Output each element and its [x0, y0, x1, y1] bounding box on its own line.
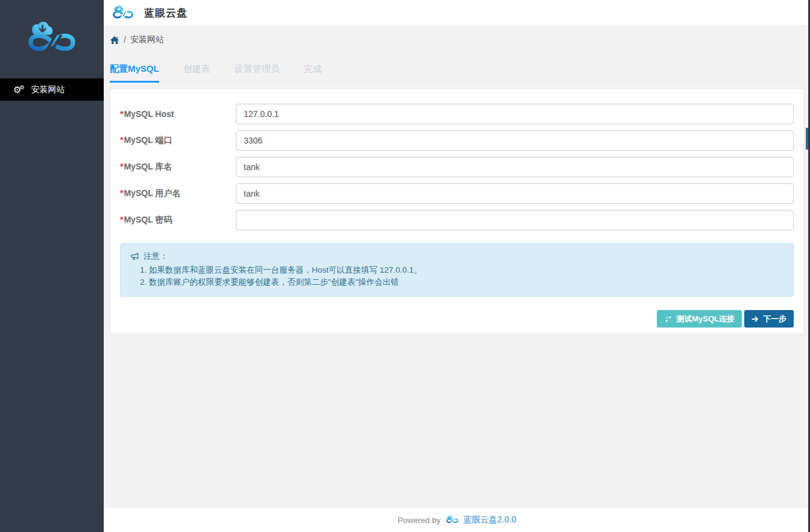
- scrollbar-thumb[interactable]: [806, 128, 808, 150]
- mysql-password-label: *MySQL 密码: [120, 215, 236, 226]
- form-row-database: *MySQL 库名: [120, 157, 794, 177]
- notice-item: 如果数据库和蓝眼云盘安装在同一台服务器，Host可以直接填写 127.0.0.1…: [149, 265, 783, 276]
- app-logo: [0, 0, 104, 78]
- bullhorn-icon: [130, 252, 139, 261]
- mysql-port-label: *MySQL 端口: [120, 135, 236, 146]
- mysql-database-label: *MySQL 库名: [120, 162, 236, 173]
- footer: Powered by 蓝眼云盘2.0.0: [104, 508, 810, 532]
- app-window: ⚙⚙ 安装网站 蓝眼云盘 / 安装网站 配置MySQL 创建表 设置管理员 完成: [0, 0, 810, 532]
- tab-finish[interactable]: 完成: [304, 58, 322, 83]
- tab-configure-mysql[interactable]: 配置MySQL: [110, 58, 159, 83]
- form-row-password: *MySQL 密码: [120, 210, 794, 230]
- infinity-cloud-logo: [21, 20, 83, 59]
- product-version-link[interactable]: 蓝眼云盘2.0.0: [464, 515, 516, 525]
- main-area: 蓝眼云盘 / 安装网站 配置MySQL 创建表 设置管理员 完成 *MySQL …: [104, 0, 810, 532]
- sidebar: ⚙⚙ 安装网站: [0, 0, 104, 532]
- home-icon[interactable]: [110, 36, 119, 45]
- form-row-username: *MySQL 用户名: [120, 183, 794, 204]
- mysql-database-input[interactable]: [236, 157, 794, 177]
- breadcrumb-current: 安装网站: [130, 34, 164, 45]
- form-row-port: *MySQL 端口: [120, 130, 794, 151]
- breadcrumb: / 安装网站: [110, 34, 804, 45]
- notice-list: 如果数据库和蓝眼云盘安装在同一台服务器，Host可以直接填写 127.0.0.1…: [130, 265, 783, 288]
- app-title: 蓝眼云盘: [144, 6, 188, 20]
- sidebar-item-install-site[interactable]: ⚙⚙ 安装网站: [0, 78, 104, 101]
- mysql-password-input[interactable]: [236, 210, 794, 230]
- form-row-host: *MySQL Host: [120, 104, 794, 124]
- next-step-button[interactable]: 下一步: [744, 310, 794, 328]
- mysql-username-input[interactable]: [236, 183, 794, 204]
- breadcrumb-separator: /: [124, 35, 126, 45]
- mysql-port-input[interactable]: [236, 130, 794, 151]
- cogs-icon: ⚙⚙: [13, 85, 25, 94]
- tab-bar: 配置MySQL 创建表 设置管理员 完成: [110, 58, 804, 82]
- infinity-cloud-logo: [445, 515, 460, 525]
- arrow-right-icon: [751, 315, 759, 323]
- tab-create-tables[interactable]: 创建表: [183, 58, 210, 83]
- mysql-config-card: *MySQL Host *MySQL 端口 *MySQL 库名 *MySQL 用…: [110, 89, 804, 334]
- actions-bar: 测试MySQL连接 下一步: [120, 310, 794, 328]
- powered-by-text: Powered by: [397, 516, 440, 525]
- notice-title: 注意：: [144, 251, 168, 262]
- notice-title-row: 注意：: [130, 251, 783, 262]
- infinity-cloud-logo: [109, 5, 137, 22]
- mysql-host-input[interactable]: [236, 104, 794, 124]
- notice-alert: 注意： 如果数据库和蓝眼云盘安装在同一台服务器，Host可以直接填写 127.0…: [120, 243, 794, 297]
- broken-link-icon: [664, 315, 672, 323]
- mysql-username-label: *MySQL 用户名: [120, 188, 236, 199]
- header: 蓝眼云盘: [104, 0, 810, 27]
- test-mysql-connection-button[interactable]: 测试MySQL连接: [657, 310, 742, 328]
- notice-item: 数据库账户的权限要求要能够创建表，否则第二步"创建表"操作会出错: [149, 277, 783, 288]
- tab-set-admin[interactable]: 设置管理员: [235, 58, 280, 83]
- mysql-host-label: *MySQL Host: [120, 109, 236, 119]
- sidebar-item-label: 安装网站: [31, 84, 65, 95]
- content: / 安装网站 配置MySQL 创建表 设置管理员 完成 *MySQL Host …: [104, 27, 810, 508]
